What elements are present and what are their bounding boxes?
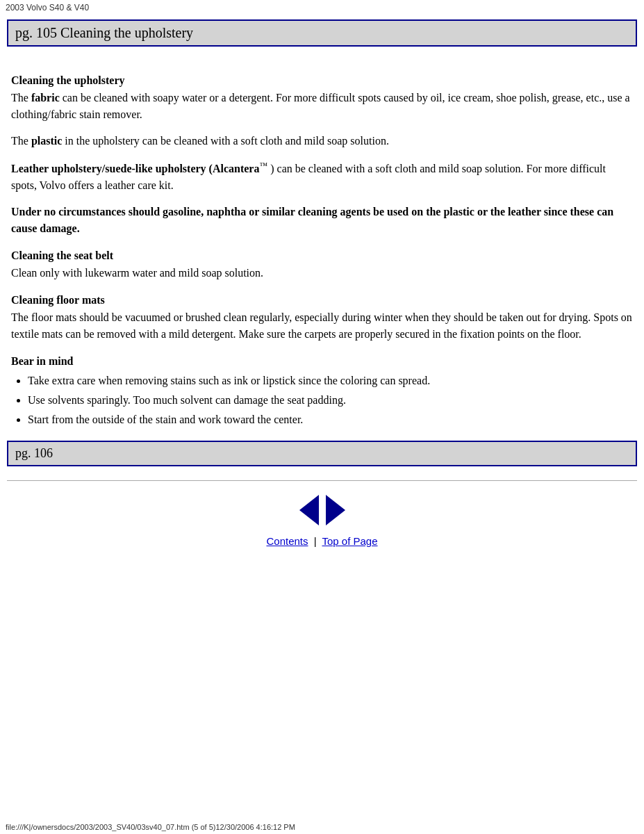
- para1-after: can be cleaned with soapy water or a det…: [11, 92, 630, 120]
- nav-arrows: [0, 495, 644, 525]
- contents-link[interactable]: Contents: [266, 535, 308, 547]
- para1: The fabric can be cleaned with soapy wat…: [11, 90, 633, 123]
- nav-links: Contents | Top of Page: [0, 535, 644, 547]
- para1-bold: fabric: [31, 92, 60, 104]
- prev-page-button[interactable]: [299, 495, 319, 525]
- bear-in-mind-list: Take extra care when removing stains suc…: [28, 372, 633, 428]
- divider: [7, 480, 637, 481]
- list-item: Use solvents sparingly. Too much solvent…: [28, 391, 633, 409]
- next-page-button[interactable]: [326, 495, 345, 525]
- para2-after: in the upholstery can be cleaned with a …: [62, 135, 389, 147]
- page-105-box: pg. 105 Cleaning the upholstery: [7, 19, 637, 47]
- nav-separator: |: [314, 535, 317, 547]
- page-106-box: pg. 106: [7, 441, 637, 466]
- trademark-symbol: ™: [259, 161, 267, 170]
- main-content: Cleaning the upholstery The fabric can b…: [0, 51, 644, 428]
- section2-leather: Leather upholstery/suede-like upholstery…: [11, 159, 633, 194]
- list-item: Take extra care when removing stains suc…: [28, 372, 633, 390]
- window-title: 2003 Volvo S40 & V40: [0, 0, 644, 15]
- para1-before: The: [11, 92, 31, 104]
- section2-heading-bold: Leather upholstery/suede-like upholstery…: [11, 163, 259, 174]
- list-item: Start from the outside of the stain and …: [28, 411, 633, 429]
- para3: Clean only with lukewarm water and mild …: [11, 265, 633, 281]
- top-of-page-link[interactable]: Top of Page: [322, 535, 377, 547]
- section3-heading: Cleaning the seat belt: [11, 250, 633, 262]
- para2-before: The: [11, 135, 31, 147]
- para4: The floor mats should be vacuumed or bru…: [11, 309, 633, 343]
- warning-text: Under no circumstances should gasoline, …: [11, 204, 633, 237]
- status-bar: file:///K|/ownersdocs/2003/2003_SV40/03s…: [6, 823, 295, 831]
- para2: The plastic in the upholstery can be cle…: [11, 133, 633, 149]
- section1-heading: Cleaning the upholstery: [11, 74, 633, 87]
- nav-area: Contents | Top of Page: [0, 495, 644, 554]
- section5-heading: Bear in mind: [11, 355, 633, 368]
- section4-heading: Cleaning floor mats: [11, 294, 633, 306]
- para2-bold: plastic: [31, 135, 62, 147]
